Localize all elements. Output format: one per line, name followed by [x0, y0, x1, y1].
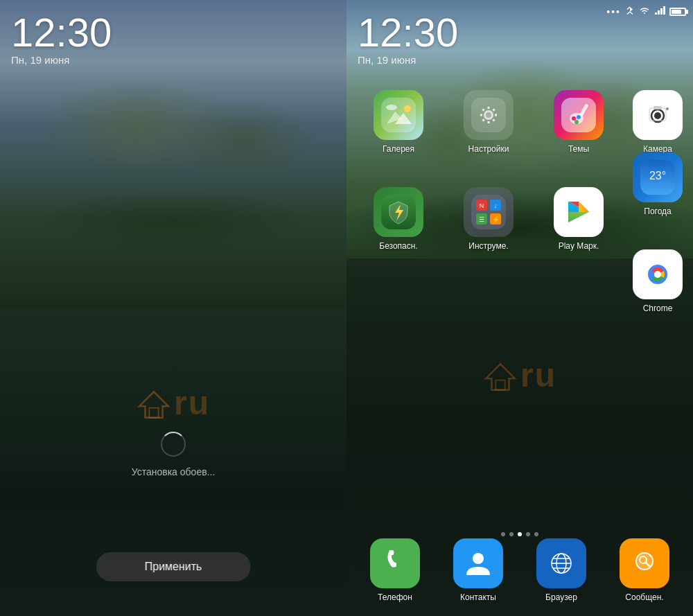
- svg-rect-10: [653, 106, 662, 109]
- playstore-app[interactable]: Play Марк.: [537, 187, 620, 251]
- page-dot-4: [534, 532, 538, 536]
- security-label: Безопасн.: [379, 241, 417, 251]
- status-dots: •••: [606, 6, 621, 17]
- weather-app[interactable]: 23° Погода: [633, 152, 683, 216]
- themes-svg: [561, 98, 596, 132]
- svg-point-19: [486, 112, 491, 118]
- apply-button[interactable]: Применить: [96, 552, 251, 581]
- svg-rect-4: [663, 6, 665, 15]
- svg-point-16: [386, 105, 397, 110]
- svg-rect-2: [658, 10, 660, 15]
- svg-line-26: [493, 109, 494, 111]
- weather-icon[interactable]: 23°: [633, 152, 683, 202]
- dock: Телефон Контакты: [346, 538, 693, 602]
- messages-icon[interactable]: [620, 538, 669, 588]
- messages-app[interactable]: Сообщен.: [606, 538, 683, 602]
- page-indicator: [501, 532, 538, 536]
- lock-screen-time: 12:30: [11, 12, 112, 53]
- home-screen-date: Пн, 19 июня: [358, 54, 458, 66]
- svg-point-8: [654, 112, 661, 119]
- gallery-label: Галерея: [383, 144, 414, 154]
- svg-text:⚡: ⚡: [492, 215, 500, 224]
- messages-svg: [627, 546, 662, 581]
- svg-rect-38: [471, 195, 506, 229]
- settings-svg: [471, 98, 506, 132]
- status-bar: •••: [606, 6, 686, 17]
- security-app[interactable]: Безопасн.: [357, 187, 440, 251]
- svg-line-25: [493, 119, 494, 121]
- messages-label: Сообщен.: [625, 592, 663, 602]
- lock-screen-date: Пн, 19 июня: [11, 54, 112, 66]
- tools-app[interactable]: N ↓ ☰ ⚡ Инструме.: [447, 187, 530, 251]
- browser-app[interactable]: Браузер: [523, 538, 599, 602]
- svg-text:☰: ☰: [479, 216, 484, 223]
- chrome-icon[interactable]: [633, 249, 683, 299]
- lock-screen: 12:30 Пн, 19 июня ru Установка обоев... …: [0, 0, 346, 616]
- contacts-label: Контакты: [460, 592, 496, 602]
- page-dot-2: [518, 532, 522, 536]
- apps-row-1: Галерея: [346, 90, 631, 154]
- home-screen: ••• 12:30 Пн, 19 июня ru: [346, 0, 693, 616]
- phone-label: Телефон: [378, 592, 412, 602]
- camera-app[interactable]: Камера: [633, 90, 683, 154]
- security-icon[interactable]: [374, 187, 423, 237]
- svg-text:N: N: [480, 202, 484, 209]
- gallery-icon[interactable]: [374, 90, 423, 140]
- installing-text: Установка обоев...: [132, 466, 216, 477]
- settings-icon[interactable]: [464, 90, 514, 140]
- svg-point-57: [473, 553, 484, 564]
- camera-icon[interactable]: [633, 90, 683, 140]
- gallery-svg: [381, 98, 416, 132]
- playstore-icon[interactable]: [554, 187, 604, 237]
- playstore-svg: [561, 195, 596, 229]
- chrome-svg: [640, 257, 675, 292]
- tools-icon[interactable]: N ↓ ☰ ⚡: [464, 187, 514, 237]
- themes-icon[interactable]: [554, 90, 604, 140]
- phone-app[interactable]: Телефон: [357, 538, 433, 602]
- contacts-svg: [461, 546, 495, 581]
- camera-svg: [641, 98, 674, 132]
- weather-svg: 23°: [640, 160, 675, 195]
- tools-svg: N ↓ ☰ ⚡: [471, 195, 506, 229]
- svg-text:↓: ↓: [494, 202, 498, 209]
- page-dot-1: [509, 532, 514, 536]
- themes-app[interactable]: Темы: [537, 90, 620, 154]
- svg-point-33: [574, 120, 579, 124]
- browser-label: Браузер: [545, 592, 577, 602]
- svg-line-27: [483, 119, 484, 121]
- loading-spinner: [161, 432, 186, 457]
- phone-icon[interactable]: [370, 538, 420, 588]
- svg-rect-1: [655, 12, 657, 15]
- security-svg: [381, 195, 416, 229]
- svg-text:23°: 23°: [649, 170, 666, 182]
- bluetooth-icon: [625, 6, 635, 17]
- svg-point-32: [577, 115, 581, 119]
- signal-icon: [654, 6, 665, 17]
- gallery-app[interactable]: Галерея: [357, 90, 440, 154]
- svg-point-54: [654, 271, 661, 278]
- browser-icon[interactable]: [536, 538, 586, 588]
- svg-point-11: [666, 107, 669, 110]
- page-dot-0: [501, 532, 505, 536]
- playstore-label: Play Марк.: [559, 241, 599, 251]
- home-screen-time: 12:30: [358, 12, 458, 53]
- themes-label: Темы: [568, 144, 589, 154]
- settings-app[interactable]: Настройки: [447, 90, 530, 154]
- lock-screen-background: [0, 0, 346, 616]
- chrome-label: Chrome: [643, 303, 673, 313]
- svg-point-65: [636, 553, 653, 570]
- contacts-icon[interactable]: [453, 538, 503, 588]
- settings-label: Настройки: [468, 144, 509, 154]
- svg-line-24: [483, 109, 484, 111]
- battery-icon: [669, 8, 686, 16]
- tools-label: Инструме.: [468, 241, 508, 251]
- svg-rect-3: [660, 8, 663, 15]
- svg-point-31: [572, 116, 576, 121]
- svg-point-15: [404, 105, 411, 112]
- weather-label: Погода: [644, 206, 672, 216]
- contacts-app[interactable]: Контакты: [440, 538, 516, 602]
- lock-screen-time-display: 12:30 Пн, 19 июня: [11, 12, 112, 66]
- chrome-app[interactable]: Chrome: [633, 249, 683, 313]
- home-screen-time-display: 12:30 Пн, 19 июня: [358, 12, 458, 66]
- phone-svg: [378, 546, 412, 581]
